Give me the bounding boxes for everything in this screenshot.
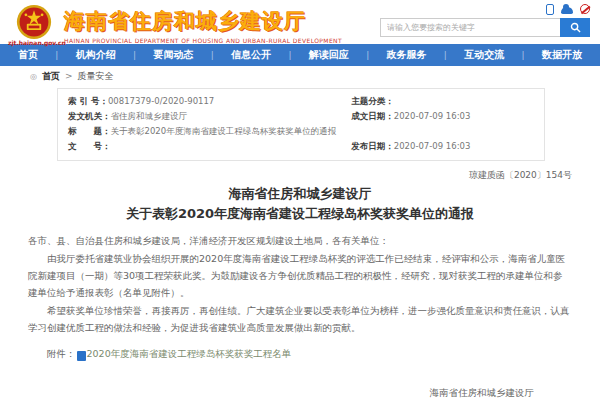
meta-row-3: 标 题： 关于表彰2020年度海南省建设工程绿岛杯奖获奖单位的通报	[68, 124, 534, 139]
meta-issuer-label: 发文机关：	[68, 109, 111, 124]
document-meta-table: 索 引 号： 00817379-0/2020-90117 主题分类： 发文机关：…	[57, 88, 545, 161]
meta-row-4: 文 号： 发布日期： 2020-07-09 16:03	[68, 139, 534, 154]
nav-separator: |	[444, 50, 447, 60]
elder-mode-icon[interactable]	[580, 4, 590, 14]
nav-item-services[interactable]: 政务服务	[387, 48, 427, 62]
document-title-line1: 海南省住房和城乡建设厅	[28, 184, 572, 204]
nav-separator: |	[288, 50, 291, 60]
breadcrumb-separator: >	[65, 71, 73, 81]
document-paragraph-2: 希望获奖单位珍惜荣誉，再接再厉，再创佳绩。广大建筑企业要以受表彰单位为榜样，进一…	[28, 303, 572, 336]
meta-written-date-label: 成文日期：	[351, 109, 394, 124]
search-bar	[380, 18, 590, 37]
meta-title-value: 关于表彰2020年度海南省建设工程绿岛杯奖获奖单位的通报	[111, 124, 337, 139]
nav-separator: |	[522, 50, 525, 60]
site-title: 海南省住房和城乡建设厅	[64, 7, 342, 35]
nav-item-about[interactable]: 机构介绍	[76, 48, 116, 62]
search-icon	[570, 22, 581, 33]
document-body: 各市、县、自治县住房和城乡建设局，洋浦经济开发区规划建设土地局，各有关单位： 由…	[28, 233, 572, 362]
meta-row-2: 发文机关： 省住房和城乡建设厅 成文日期： 2020-07-09 16:03	[68, 109, 534, 124]
accessibility-icon[interactable]	[561, 7, 573, 14]
meta-docno-label: 文 号：	[68, 139, 111, 154]
meta-title-label: 标 题：	[68, 124, 111, 139]
nav-separator: |	[55, 50, 58, 60]
nav-item-interaction[interactable]: 互动交流	[464, 48, 504, 62]
breadcrumb-marker-icon: ◎	[30, 72, 37, 81]
nav-item-news[interactable]: 要闻动态	[153, 48, 193, 62]
nav-item-open-data[interactable]: 数据开放	[542, 48, 582, 62]
document-salutation: 各市、县、自治县住房和城乡建设局，洋浦经济开发区规划建设土地局，各有关单位：	[28, 233, 572, 250]
nav-item-interpretation[interactable]: 解读回应	[309, 48, 349, 62]
attachment-label: 附件：	[47, 348, 76, 359]
meta-row-1: 索 引 号： 00817379-0/2020-90117 主题分类：	[68, 94, 534, 109]
meta-index-label: 索 引 号：	[68, 94, 108, 109]
site-header: zjt.hainan.gov.cn 海南省住房和城乡建设厅 HAINAN PRO…	[0, 0, 600, 44]
document-paragraph-1: 由我厅委托省建筑业协会组织开展的2020年度海南省建设工程绿岛杯奖的评选工作已经…	[28, 251, 572, 301]
meta-index-value: 00817379-0/2020-90117	[108, 94, 214, 109]
meta-publish-date-label: 发布日期：	[351, 139, 394, 154]
attachment-line: 附件：W2020年度海南省建设工程绿岛杯奖获奖工程名单	[28, 346, 572, 363]
site-domain: zjt.hainan.gov.cn	[8, 39, 60, 46]
breadcrumb-home-link[interactable]: 首页	[42, 70, 60, 83]
signature-org: 海南省住房和城乡建设厅	[28, 384, 534, 400]
nav-item-home[interactable]: 首页	[18, 48, 38, 62]
national-emblem-icon	[16, 4, 52, 40]
logo-block[interactable]: zjt.hainan.gov.cn	[8, 4, 60, 44]
search-button[interactable]	[560, 18, 590, 37]
meta-topic-label: 主题分类：	[351, 94, 394, 109]
nav-separator: |	[211, 50, 214, 60]
document-content: 海南省住房和城乡建设厅 关于表彰2020年度海南省建设工程绿岛杯奖获奖单位的通报…	[0, 184, 600, 400]
site-subtitle-english: HAINAN PROVINCIAL DEPARTMENT OF HOUSING …	[64, 37, 342, 44]
mobile-version-icon[interactable]	[546, 4, 554, 15]
attachment-link[interactable]: 2020年度海南省建设工程绿岛杯奖获奖工程名单	[87, 348, 292, 359]
main-nav: 首页 | 机构介绍 | 要闻动态 | 信息公开 | 解读回应 | 政务服务 | …	[0, 44, 600, 66]
nav-separator: |	[133, 50, 136, 60]
document-title: 海南省住房和城乡建设厅 关于表彰2020年度海南省建设工程绿岛杯奖获奖单位的通报	[28, 184, 572, 224]
document-title-line2: 关于表彰2020年度海南省建设工程绿岛杯奖获奖单位的通报	[28, 204, 572, 224]
meta-issuer-value: 省住房和城乡建设厅	[111, 109, 188, 124]
breadcrumb: ◎ 首页 > 质量安全	[0, 66, 600, 86]
doc-file-icon: W	[77, 351, 86, 361]
document-signature: 海南省住房和城乡建设厅 2020年7月8日	[28, 384, 534, 400]
meta-written-date-value: 2020-07-09 16:03	[394, 109, 471, 124]
meta-publish-date-value: 2020-07-09 16:03	[394, 139, 471, 154]
breadcrumb-current: 质量安全	[78, 70, 114, 83]
document-ref-number: 琼建质函〔2020〕154号	[0, 169, 572, 182]
nav-item-info-disclosure[interactable]: 信息公开	[231, 48, 271, 62]
nav-separator: |	[366, 50, 369, 60]
site-title-block: 海南省住房和城乡建设厅 HAINAN PROVINCIAL DEPARTMENT…	[64, 4, 342, 44]
search-input[interactable]	[380, 18, 560, 37]
